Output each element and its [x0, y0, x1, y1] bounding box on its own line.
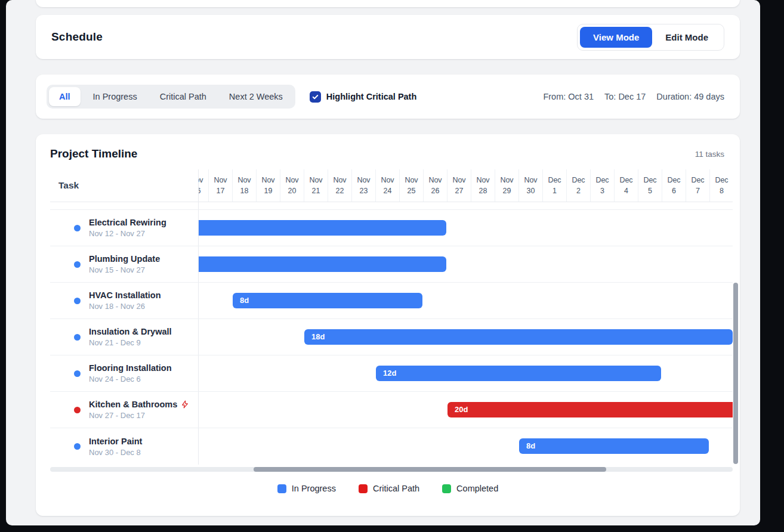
gantt-bar-plumbing-update[interactable] [199, 256, 446, 272]
filter-tab-critical-path[interactable]: Critical Path [150, 87, 217, 106]
gantt-bar-hvac-installation[interactable]: 8d [233, 293, 422, 308]
gantt-bar-interior-paint[interactable]: 8d [519, 438, 709, 454]
task-name: Interior Paint [89, 437, 142, 446]
legend-item-in-progress: In Progress [277, 484, 336, 493]
task-status-dot [74, 443, 81, 450]
task-bar-lane: 8d [199, 283, 733, 318]
gantt-bar-electrical-rewiring[interactable] [199, 220, 446, 236]
range-to: To: Dec 17 [604, 92, 646, 101]
task-bar-lane: 8d [199, 428, 733, 465]
task-row-plumbing-update: Plumbing UpdateNov 15 - Nov 27 [50, 246, 733, 283]
task-name: HVAC Installation [89, 290, 161, 300]
bar-duration-label: 20d [455, 405, 468, 414]
gantt-header-row: Task Nov16Nov17Nov18Nov19Nov20Nov21Nov22… [50, 169, 733, 202]
legend-label: In Progress [292, 484, 336, 493]
task-row-insulation-drywall: Insulation & DrywallNov 21 - Dec 918d [50, 319, 733, 355]
range-duration: Duration: 49 days [656, 92, 724, 101]
date-column-nov-21: Nov21 [304, 169, 328, 202]
date-column-nov-27: Nov27 [447, 169, 471, 202]
task-dates: Nov 30 - Dec 8 [89, 448, 142, 457]
legend-item-critical-path: Critical Path [359, 484, 419, 493]
task-status-dot [74, 261, 81, 268]
gantt-bar-flooring-installation[interactable]: 12d [376, 366, 661, 381]
date-column-dec-6: Dec6 [662, 169, 686, 202]
date-column-nov-24: Nov24 [376, 169, 400, 202]
date-column-nov-19: Nov19 [257, 169, 280, 202]
critical-path-bolt-icon [181, 400, 189, 409]
task-status-dot [74, 370, 81, 377]
date-column-nov-16: Nov16 [199, 169, 209, 202]
gantt-bar-kitchen-bathrooms[interactable]: 20d [447, 402, 733, 417]
task-bar-lane [199, 246, 733, 282]
gantt-bar-insulation-drywall[interactable]: 18d [304, 329, 733, 345]
bar-duration-label: 18d [311, 332, 325, 341]
app-canvas: Schedule View Mode Edit Mode AllIn Progr… [6, 0, 760, 525]
task-dates: Nov 12 - Nov 27 [89, 229, 166, 238]
task-info-kitchen-bathrooms: Kitchen & BathroomsNov 27 - Dec 17 [50, 392, 199, 428]
legend-swatch-completed [442, 484, 451, 493]
date-column-nov-18: Nov18 [233, 169, 257, 202]
date-column-nov-28: Nov28 [471, 169, 495, 202]
date-column-dec-4: Dec4 [615, 169, 638, 202]
task-dates: Nov 18 - Nov 26 [89, 302, 161, 311]
timeline-title: Project Timeline [50, 147, 137, 160]
mode-toggle: View Mode Edit Mode [577, 24, 724, 51]
vertical-scrollbar[interactable] [733, 283, 738, 464]
task-name: Kitchen & Bathrooms [89, 400, 189, 409]
project-timeline-card: Project Timeline 11 tasks Task Nov16Nov1… [36, 134, 740, 516]
legend-swatch-in-progress [277, 484, 286, 493]
timeline-header: Project Timeline 11 tasks [36, 147, 740, 160]
date-column-nov-20: Nov20 [280, 169, 304, 202]
page-title: Schedule [51, 30, 103, 44]
edit-mode-button[interactable]: Edit Mode [652, 27, 721, 48]
date-column-nov-23: Nov23 [352, 169, 376, 202]
date-column-dec-5: Dec5 [638, 169, 662, 202]
task-info-hvac-installation: HVAC InstallationNov 18 - Nov 26 [50, 283, 199, 318]
checkbox-checked-icon[interactable] [310, 91, 321, 103]
horizontal-scrollbar-track[interactable] [50, 467, 733, 472]
date-column-dec-2: Dec2 [567, 169, 591, 202]
task-row-flooring-installation: Flooring InstallationNov 24 - Dec 612d [50, 355, 733, 392]
filter-bar-card: AllIn ProgressCritical PathNext 2 Weeks … [36, 75, 740, 119]
task-row-hvac-installation: HVAC InstallationNov 18 - Nov 268d [50, 283, 733, 319]
legend-swatch-critical-path [359, 484, 368, 493]
date-column-nov-17: Nov17 [209, 169, 233, 202]
task-status-dot [74, 407, 81, 413]
task-info-flooring-installation: Flooring InstallationNov 24 - Dec 6 [50, 355, 199, 391]
task-info-plumbing-update: Plumbing UpdateNov 15 - Nov 27 [50, 246, 199, 282]
legend-label: Critical Path [373, 484, 419, 493]
date-range-info: From: Oct 31 To: Dec 17 Duration: 49 day… [543, 92, 724, 101]
bar-duration-label: 12d [383, 369, 396, 378]
bar-duration-label: 8d [526, 441, 535, 450]
checkbox-label: Highlight Critical Path [326, 92, 416, 101]
task-row-electrical-rewiring: Electrical RewiringNov 12 - Nov 27 [50, 210, 733, 246]
highlight-critical-path-toggle[interactable]: Highlight Critical Path [310, 91, 416, 103]
date-column-dec-1: Dec1 [543, 169, 567, 202]
gantt-spacer-row [50, 202, 733, 210]
task-column-header: Task [50, 169, 199, 202]
legend-item-completed: Completed [442, 484, 498, 493]
horizontal-scrollbar-thumb[interactable] [254, 467, 606, 472]
date-column-nov-30: Nov30 [519, 169, 543, 202]
top-partial-card [36, 0, 740, 7]
filter-tab-all[interactable]: All [49, 87, 81, 106]
task-bar-lane: 20d [199, 392, 733, 428]
legend-label: Completed [456, 484, 498, 493]
status-legend: In ProgressCritical PathCompleted [36, 484, 740, 493]
task-name: Electrical Rewiring [89, 218, 166, 227]
task-name: Insulation & Drywall [89, 327, 172, 336]
schedule-header-card: Schedule View Mode Edit Mode [36, 15, 740, 59]
task-status-dot [74, 225, 81, 231]
date-column-dec-8: Dec8 [710, 169, 733, 202]
task-name: Flooring Installation [89, 363, 172, 373]
gantt-rows: Electrical RewiringNov 12 - Nov 27Plumbi… [50, 210, 733, 465]
gantt-chart: Task Nov16Nov17Nov18Nov19Nov20Nov21Nov22… [50, 169, 733, 472]
filter-tab-group: AllIn ProgressCritical PathNext 2 Weeks [47, 85, 295, 109]
bar-duration-label: 8d [240, 296, 249, 305]
filter-tab-next-2-weeks[interactable]: Next 2 Weeks [219, 87, 293, 106]
filter-tab-in-progress[interactable]: In Progress [83, 87, 147, 106]
task-info-electrical-rewiring: Electrical RewiringNov 12 - Nov 27 [50, 210, 199, 246]
range-from: From: Oct 31 [543, 92, 594, 101]
view-mode-button[interactable]: View Mode [580, 27, 652, 48]
task-status-dot [74, 298, 81, 304]
